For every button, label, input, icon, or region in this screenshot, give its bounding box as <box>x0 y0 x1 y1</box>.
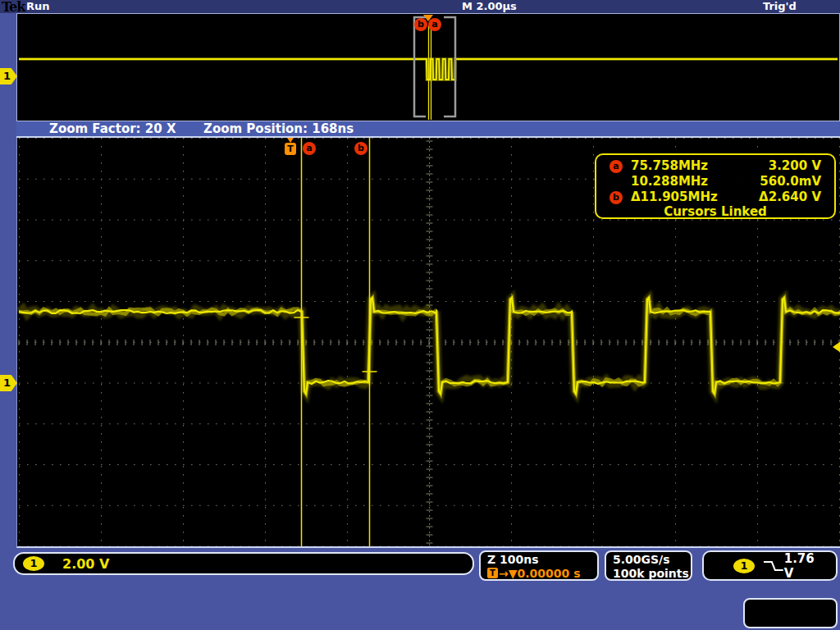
trigger-position-readout: T→▼0.00000 s <box>487 566 597 580</box>
trigger-settings-box[interactable]: 1 1.76 V <box>702 550 838 581</box>
trigger-source-badge-icon: 1 <box>733 559 755 573</box>
channel1-volts-per-div: 2.00 V <box>62 556 109 572</box>
overview-channel1-ground-marker[interactable]: 1 <box>0 68 17 84</box>
delta-voltage: Δ2.640 V <box>754 189 834 204</box>
main-timebase-readout: M 2.00μs <box>462 0 517 12</box>
acquisition-run-state: Run <box>26 0 50 12</box>
top-status-bar: Tek Run M 2.00μs Trig'd <box>0 0 840 13</box>
zoomed-waveform-display: T a b a 75.758MHz 3.200 V 10.288MHz 560.… <box>16 138 840 548</box>
zoom-info-bar: Zoom Factor: 20 X Zoom Position: 168ns <box>16 121 840 138</box>
trigger-t-icon: T <box>487 568 498 578</box>
cursor-a-frequency: 75.758MHz <box>631 158 754 173</box>
zoom-factor-readout: Zoom Factor: 20 X <box>49 121 176 136</box>
cursor-readout-box: a 75.758MHz 3.200 V 10.288MHz 560.0mV b … <box>595 153 836 219</box>
trigger-status: Trig'd <box>763 0 797 12</box>
channel1-scale-box[interactable]: 1 2.00 V <box>13 552 474 575</box>
record-overview-window: b a <box>16 13 840 121</box>
datetime-box: 10 Oct 2012 15:50:41 <box>743 598 838 628</box>
cursor-readout-row-mid: 10.288MHz 560.0mV <box>596 173 834 189</box>
cursor-b-frequency: 10.288MHz <box>631 174 754 189</box>
channel1-badge-icon: 1 <box>23 556 44 571</box>
trigger-level-value: 1.76 V <box>784 551 828 581</box>
cursor-a-label-icon[interactable]: a <box>303 142 316 155</box>
overview-cursor-a-icon[interactable]: a <box>428 18 441 31</box>
cursor-b-voltage: 560.0mV <box>754 174 834 189</box>
falling-edge-icon <box>763 559 784 573</box>
acquisition-info-box[interactable]: 5.00GS/s 100k points <box>605 550 692 581</box>
trigger-position-flag-icon[interactable]: T <box>285 143 296 155</box>
sample-rate: 5.00GS/s <box>613 553 691 567</box>
trigger-level-arrow-icon[interactable] <box>833 341 840 353</box>
cursor-readout-row-delta: b Δ11.905MHz Δ2.640 V <box>596 189 834 204</box>
overview-cursor-b-icon[interactable]: b <box>414 18 427 31</box>
cursor-b-label-icon[interactable]: b <box>354 142 368 155</box>
overview-waveform-plot <box>17 14 839 121</box>
oscilloscope-screen: { "header": { "logo": "Tek", "run_state"… <box>0 0 840 630</box>
readout-cursor-b-icon: b <box>609 191 623 204</box>
trigger-position-arrows: →▼ <box>499 567 518 580</box>
main-channel1-ground-marker[interactable]: 1 <box>0 375 17 391</box>
zoom-timebase-box[interactable]: Z 100ns T→▼0.00000 s <box>479 550 599 581</box>
cursor-readout-row-a: a 75.758MHz 3.200 V <box>596 158 834 173</box>
cursors-linked-status: Cursors Linked <box>596 204 834 220</box>
trigger-position-value: 0.00000 s <box>518 567 581 580</box>
record-length: 100k points <box>613 567 691 581</box>
cursor-a-voltage: 3.200 V <box>754 158 834 173</box>
delta-frequency: Δ11.905MHz <box>631 189 754 204</box>
readout-cursor-a-icon: a <box>609 160 623 173</box>
zoom-time-per-div: Z 100ns <box>487 553 597 566</box>
zoom-position-readout: Zoom Position: 168ns <box>203 121 354 136</box>
